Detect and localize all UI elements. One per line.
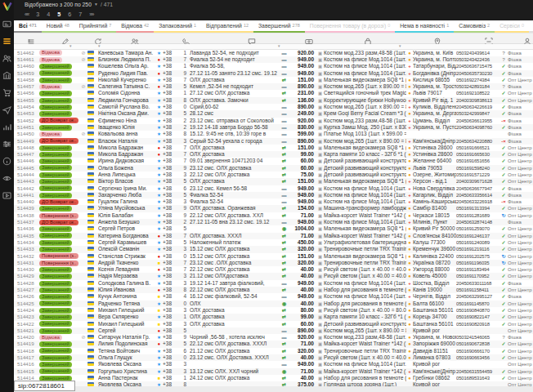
table-row[interactable]: 514414ЗавершенийАнна Пастернак■+38124.12… — [14, 375, 533, 381]
table-row[interactable]: 514428ЗавершенийСолодкова Галина В.★+383… — [14, 280, 533, 287]
col-address[interactable] — [433, 34, 441, 42]
table-row[interactable]: 514453ЗавершенийНікітіна Оксана Дми.★+38… — [14, 110, 533, 117]
table-row[interactable]: 514448ЗавершенийМикола Бадражан●+387ОЛХ … — [14, 145, 533, 151]
table-row[interactable]: 514454ЗавершенийСамотій Руслана Во.★+380… — [14, 104, 533, 110]
col-customer[interactable] — [131, 34, 139, 42]
col-products[interactable] — [364, 34, 372, 42]
sidebar-item-orders-menu[interactable] — [0, 33, 14, 50]
col-client[interactable] — [523, 34, 531, 42]
sidebar-item-watch[interactable] — [0, 170, 14, 187]
table-row[interactable]: 514443ЗавершенийВіктор Власов★+385ОЛХ до… — [14, 178, 533, 185]
table-row[interactable]: 514424ЗавершенийМихаил Гилецький■+383ОЛХ… — [14, 307, 533, 314]
table-row[interactable]: 514427ЗавершенийЮлия Иванова●+38822.12 с… — [14, 287, 533, 293]
sidebar-item-contacts[interactable] — [0, 50, 14, 67]
table-row[interactable]: 514450Відмова⊘Ковальова анна★+38815.12. … — [14, 131, 533, 137]
sidebar-item-organization[interactable] — [0, 67, 14, 84]
col-tracking[interactable] — [485, 34, 493, 42]
sidebar-item-campaigns[interactable] — [0, 101, 14, 118]
table-row[interactable]: 514431Повернення (з..Андрій Ткаченко■+38… — [14, 260, 533, 266]
tab-повернення-товару-в-дорозі-[interactable]: Повернення товару (в дорозі)0 — [305, 20, 395, 33]
table-row[interactable]: 514452ДО Возврат ок..Єфименко Ніна★+3822… — [14, 118, 533, 124]
table-row[interactable]: 514430ЗавершенийКсенія Левадняя●+38722.1… — [14, 266, 533, 273]
table-row[interactable]: 514438Повернення (з..Юлія Балабан★+38922… — [14, 212, 533, 219]
table-row[interactable]: 514461Відмова⊘Близнюк Людмила П.●+387Фиа… — [14, 56, 533, 63]
tab-новий[interactable]: Новий48 — [42, 20, 74, 33]
table-row[interactable]: 514451ЗавершенийІващенко Юлія★+38219.12 … — [14, 124, 533, 131]
table-row[interactable]: 514419ЗавершенийЛилия Подолинская●+38522… — [14, 341, 533, 347]
first-page-button[interactable]: «« — [25, 11, 29, 17]
table-row[interactable]: 514456ЗавершенийСоломія Сідонна★+38127.1… — [14, 90, 533, 96]
filter-caret-icon[interactable]: ▾ — [69, 43, 72, 48]
sidebar-item-video-help[interactable] — [0, 187, 14, 204]
page-number-5[interactable]: 5 — [57, 11, 60, 18]
table-row[interactable]: 514416ЗавершенийЯковлева Оксана★+383▬949… — [14, 361, 533, 368]
tab-нема-в-наявності[interactable]: Нема в наявності1 — [395, 20, 454, 33]
table-row[interactable]: 514422ЗавершенийМихаил Гилецький■+383ОЛХ… — [14, 321, 533, 327]
last-page-button[interactable]: »» — [89, 11, 93, 17]
tab-самовивіз[interactable]: Самовивіз2 — [454, 20, 495, 33]
tab-запакований[interactable]: Запакований1 — [154, 20, 201, 33]
col-status[interactable] — [61, 34, 69, 42]
table-row[interactable]: 514449ДО Возврат ок..Власюк Наталія★+383… — [14, 138, 533, 145]
table-row[interactable]: 514429ЗавершенийНадія Мерзаєва★+38321.12… — [14, 273, 533, 279]
table-row[interactable]: 514432Повернення (з..Станіслав Стрижак●+… — [14, 253, 533, 260]
table-row[interactable]: 514433ЗавершенийОлексій Семанін★+38315.1… — [14, 246, 533, 252]
customer-name: Ольга Глущук — [98, 354, 155, 361]
filter-caret-icon[interactable]: ▾ — [98, 43, 101, 48]
table-row[interactable]: 514445ЗавершенийОльга Божена★+38923.12 с… — [14, 165, 533, 172]
table-row[interactable]: 514426ЗавершенийКучук Антонина■+38416.12… — [14, 293, 533, 300]
tab-завершений[interactable]: Завершений278 — [253, 20, 305, 33]
filter-caret-icon[interactable]: ▾ — [399, 43, 401, 48]
tab-прийнятий[interactable]: Прийнятий7 — [74, 20, 116, 33]
sidebar-item-info[interactable] — [0, 153, 14, 170]
table-row[interactable]: 514417ЗавершенийОльга Глущук★+38023.12 с… — [14, 354, 533, 361]
filter-caret-icon[interactable]: ▾ — [278, 43, 280, 48]
tab-в-дорозі-додому[interactable]: В дорозі додому0 — [529, 20, 533, 33]
order-id: 514451 — [14, 124, 39, 131]
table-row[interactable]: 514434ЗавершенийСергей Карамышев★+385Нал… — [14, 239, 533, 246]
table-row[interactable]: 514439ЗавершенийУляна Мусійовська★+389ОЛ… — [14, 205, 533, 212]
page-number-4[interactable]: 4 — [47, 11, 50, 18]
table-row[interactable]: 514425ЗавершенийРадченко Тетяна★+380ОЛХ◉… — [14, 301, 533, 307]
table-row[interactable]: 514421ЗавершенийСергей●+385▬890.00▣Костю… — [14, 327, 533, 334]
display-range-dropdown[interactable]: Відображено з 200 по 250 ▼ — [25, 2, 98, 7]
tab-відправлений[interactable]: Відправлений12 — [201, 20, 253, 33]
tab-відмова[interactable]: Відмова42 — [116, 20, 154, 33]
status-badge: Завершений — [39, 308, 72, 314]
comment-count: 1 — [179, 63, 190, 69]
order-total: 320.00 — [289, 246, 316, 252]
table-row[interactable]: 514446ЗавершенийИрина Дидковская★+38709.… — [14, 158, 533, 164]
col-phone[interactable] — [182, 34, 190, 42]
col-payment[interactable] — [305, 34, 313, 42]
page-number-6[interactable]: 6 — [68, 11, 71, 18]
table-row[interactable]: 514423ЗавершенийВера Скляренко★+381ОЛХ д… — [14, 314, 533, 320]
col-order-id[interactable] — [27, 34, 35, 42]
table-row[interactable]: 514436ЗавершенийСергей Петров★+385◉1004.… — [14, 225, 533, 232]
table-row[interactable]: 514459ЗавершенийРуденко Лидия Пав.●+3892… — [14, 70, 533, 77]
table-row[interactable]: 514444ЗавершенийАнна Липецька★+38322.12 … — [14, 172, 533, 178]
sidebar-item-id-card[interactable] — [0, 16, 14, 33]
tab-всі[interactable]: Всі471 — [14, 20, 42, 33]
table-row[interactable]: 514447ЗавершенийМикола Бадражан●+387ОЛХ … — [14, 151, 533, 158]
table-row[interactable]: 514440ДО Возврат ок..Гуцалюк Галина★+383… — [14, 198, 533, 205]
sidebar-item-shop-cart[interactable] — [0, 84, 14, 101]
table-row[interactable]: 514435ЗавершенийКатерина Богданова●+387О… — [14, 233, 533, 239]
table-row[interactable]: 514457Відмова⊘Салегина Татьяна С.●+385Ке… — [14, 83, 533, 90]
table-row[interactable]: 514458ЗавершенийНиколай Кучеренко★+387ОЛ… — [14, 77, 533, 83]
sidebar-item-statistics[interactable] — [0, 118, 14, 136]
page-number-3[interactable]: 3 — [36, 11, 39, 18]
page-number-7[interactable]: 7 — [78, 11, 82, 18]
table-row[interactable]: 514437ДО Возврат ок..Анжела Безушко★+382… — [14, 219, 533, 225]
col-comment[interactable] — [248, 34, 256, 42]
sidebar-item-settings[interactable] — [0, 136, 14, 153]
table-row[interactable]: 514460ЗавершенийКошелева Ольга Ар.★+381Ф… — [14, 63, 533, 69]
table-row[interactable]: 514441ЗавершенийЗахарченко Люба★+385Фиал… — [14, 192, 533, 198]
table-row[interactable]: 514420Відмова⊘Ситарчук Наталія Гр.★+389Ч… — [14, 334, 533, 341]
table-row[interactable]: 514455ЗавершенийЛюдмила Гончарова★+388ОЛ… — [14, 97, 533, 104]
col-source[interactable] — [94, 34, 102, 42]
table-row[interactable]: 514418ЗавершенийТетяна Войтович★+38621.1… — [14, 348, 533, 354]
table-row[interactable]: 514462Відмова⊘Каневська Тамара Ан.★+381Л… — [14, 50, 533, 56]
table-row[interactable]: 514442ЗавершенийСергієнко Ірина Ми.★+386… — [14, 185, 533, 192]
table-row[interactable]: 514415ЗавершенийГоргулько Христина★+3831… — [14, 368, 533, 375]
tab-сервіси[interactable]: Сервіси0 — [495, 20, 529, 33]
